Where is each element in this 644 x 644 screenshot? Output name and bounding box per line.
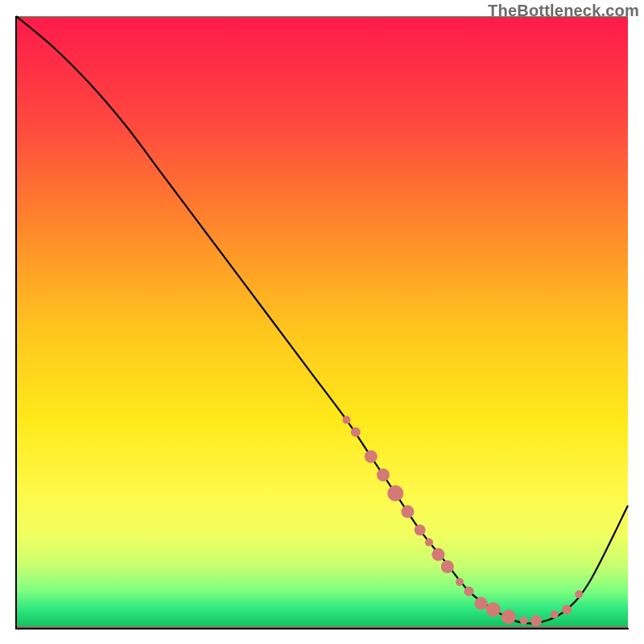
data-marker bbox=[486, 602, 501, 617]
data-marker bbox=[365, 450, 378, 463]
chart-container: TheBottleneck.com bbox=[0, 0, 644, 644]
watermark-label: TheBottleneck.com bbox=[488, 2, 639, 20]
data-marker bbox=[351, 427, 361, 437]
data-markers bbox=[342, 416, 583, 626]
data-marker bbox=[530, 615, 542, 626]
data-marker bbox=[425, 539, 433, 547]
data-marker bbox=[441, 560, 454, 573]
data-marker bbox=[575, 590, 583, 598]
bottleneck-curve bbox=[16, 16, 628, 623]
chart-svg bbox=[16, 16, 628, 628]
data-marker bbox=[520, 617, 528, 625]
data-marker bbox=[342, 416, 350, 424]
data-marker bbox=[387, 485, 403, 502]
data-marker bbox=[551, 610, 559, 618]
data-marker bbox=[475, 597, 488, 610]
data-marker bbox=[502, 609, 516, 624]
data-marker bbox=[562, 605, 572, 614]
data-marker bbox=[431, 548, 444, 561]
data-marker bbox=[415, 524, 426, 535]
x-axis bbox=[15, 628, 629, 630]
data-marker bbox=[377, 469, 390, 481]
data-marker bbox=[464, 586, 473, 596]
data-marker bbox=[401, 506, 414, 518]
data-marker bbox=[456, 578, 464, 586]
